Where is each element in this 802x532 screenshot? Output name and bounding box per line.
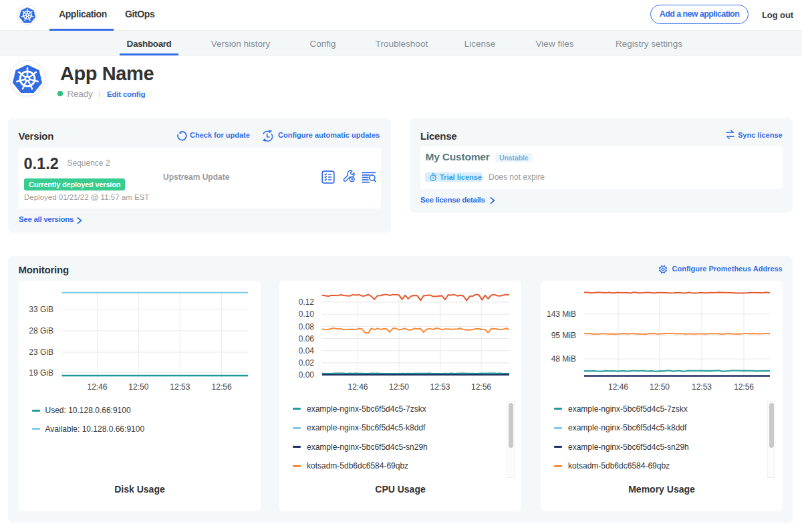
svg-text:12:56: 12:56	[734, 382, 754, 392]
svg-text:12:50: 12:50	[650, 382, 670, 392]
svg-text:95 MiB: 95 MiB	[551, 331, 576, 340]
svg-text:12:53: 12:53	[430, 382, 450, 392]
svg-text:0.00: 0.00	[299, 370, 315, 380]
svg-text:12:46: 12:46	[608, 382, 628, 392]
svg-text:0.04: 0.04	[299, 346, 315, 356]
svg-text:33 GiB: 33 GiB	[29, 305, 53, 314]
svg-text:12:53: 12:53	[692, 382, 712, 392]
svg-text:12:50: 12:50	[128, 382, 148, 392]
svg-text:23 GiB: 23 GiB	[29, 348, 53, 357]
svg-text:143 MiB: 143 MiB	[547, 309, 576, 319]
svg-text:0.08: 0.08	[299, 322, 315, 331]
svg-text:19 GiB: 19 GiB	[29, 368, 53, 378]
svg-text:48 MiB: 48 MiB	[551, 354, 576, 364]
svg-text:12:46: 12:46	[348, 382, 368, 392]
svg-text:12:53: 12:53	[170, 382, 190, 392]
svg-text:12:56: 12:56	[471, 382, 491, 392]
svg-text:0.10: 0.10	[299, 309, 315, 319]
svg-text:12:56: 12:56	[212, 382, 232, 392]
svg-text:12:46: 12:46	[87, 382, 107, 392]
svg-text:0.02: 0.02	[299, 358, 315, 368]
svg-text:12:50: 12:50	[389, 382, 409, 392]
svg-text:0.06: 0.06	[299, 334, 315, 344]
svg-text:28 GiB: 28 GiB	[29, 326, 53, 336]
svg-text:0.12: 0.12	[299, 297, 315, 307]
